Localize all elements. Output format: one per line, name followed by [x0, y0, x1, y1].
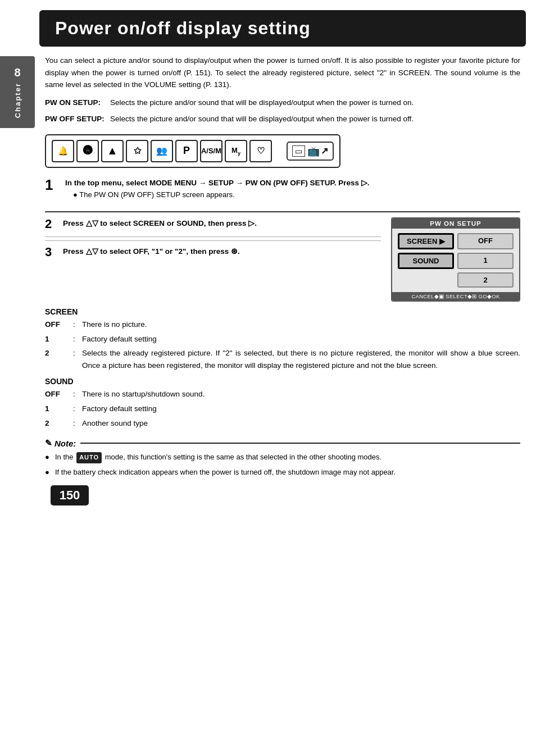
pw-cell-screen: SCREEN ▶ — [398, 233, 454, 249]
step-1-bullet: The PW ON (PW OFF) SETUP screen appears. — [73, 189, 370, 201]
title-bar: Power on/off display setting — [39, 10, 526, 47]
sound-def-2: 2 : Another sound type — [45, 417, 520, 430]
pw-diagram-title: PW ON SETUP — [392, 218, 519, 229]
chapter-tab: 8 Chapter — [0, 56, 35, 128]
sound-key-1: 1 — [45, 403, 73, 415]
note-section: Note: ● In the AUTO mode, this function'… — [45, 438, 520, 479]
screen-val-off: There is no picture. — [82, 318, 520, 331]
note-text-1: In the AUTO mode, this function's settin… — [55, 452, 381, 463]
step-2: 2 Press △▽ to select SCREEN or SOUND, th… — [45, 217, 381, 231]
sound-val-1: Factory default setting — [82, 403, 520, 415]
pw-diagram-footer: CANCEL◆▣ SELECT◆⊞ GO◆OK — [392, 292, 519, 300]
step-2-row: 2 Press △▽ to select SCREEN or SOUND, th… — [45, 217, 381, 231]
screen-val-2: Selects the already registered picture. … — [82, 347, 520, 371]
chapter-label: Chapter — [13, 83, 22, 118]
step-1-text: In the top menu, select MODE MENU → SETU… — [65, 177, 370, 189]
screen-val-1: Factory default setting — [82, 333, 520, 345]
note-item-1: ● In the AUTO mode, this function's sett… — [45, 452, 520, 463]
step-3-instruction: Press △▽ to select OFF, "1" or "2", then… — [63, 247, 240, 256]
sound-section-header: SOUND — [45, 377, 520, 386]
step-2-number: 2 — [45, 217, 60, 231]
step-3: 3 Press △▽ to select OFF, "1" or "2", th… — [45, 240, 381, 259]
screen-def-1: 1 : Factory default setting — [45, 333, 520, 345]
sound-val-2: Another sound type — [82, 417, 520, 430]
pw-diagram: PW ON SETUP SCREEN ▶ OFF SOUND 1 2 CANCE… — [391, 217, 520, 302]
sound-key-off: OFF — [45, 388, 73, 400]
icon-display-group: ▭ 📺 ↗ — [287, 142, 334, 161]
sound-def-off: OFF : There is no startup/shutdown sound… — [45, 388, 520, 400]
sound-val-off: There is no startup/shutdown sound. — [82, 388, 520, 400]
pw-off-label: PW OFF SETUP: — [45, 113, 107, 125]
icon-bar: 🔔 🅐 ▲ ✩ 👥 P A/S/M My ♡ ▭ 📺 ↗ — [45, 134, 340, 168]
steps-left: 2 Press △▽ to select SCREEN or SOUND, th… — [45, 217, 381, 302]
icon-scene2: ♡ — [249, 140, 272, 162]
pw-diagram-body: SCREEN ▶ OFF SOUND 1 2 — [392, 229, 519, 292]
chapter-number: 8 — [14, 66, 20, 79]
icon-star: ✩ — [126, 140, 148, 162]
step-divider — [45, 236, 381, 237]
pw-off-desc: Selects the picture and/or sound that wi… — [110, 113, 414, 125]
screen-def-off: OFF : There is no picture. — [45, 318, 520, 331]
pw-off-setup: PW OFF SETUP: Selects the picture and/or… — [45, 113, 520, 125]
step-1-instruction: In the top menu, select MODE MENU → SETU… — [65, 179, 370, 187]
screen-def-list: OFF : There is no picture. 1 : Factory d… — [45, 318, 520, 371]
step-3-number: 3 — [45, 245, 60, 259]
step-2-instruction: Press △▽ to select SCREEN or SOUND, then… — [63, 219, 257, 227]
pw-cell-2: 2 — [457, 272, 514, 288]
note-bullet-1: ● — [45, 452, 55, 463]
screen-key-2: 2 — [45, 347, 73, 371]
sound-def-1: 1 : Factory default setting — [45, 403, 520, 415]
icon-auto: 🔔 — [52, 140, 74, 162]
step-1: 1 In the top menu, select MODE MENU → SE… — [45, 177, 520, 204]
page-number: 150 — [51, 485, 89, 505]
icon-p: P — [175, 140, 198, 162]
note-bullet-2: ● — [45, 467, 55, 479]
pw-on-setup: PW ON SETUP: Selects the picture and/or … — [45, 97, 520, 109]
screen-key-1: 1 — [45, 333, 73, 345]
step-1-number: 1 — [45, 177, 61, 193]
auto-badge: AUTO — [76, 452, 102, 463]
pw-on-desc: Selects the picture and/or sound that wi… — [110, 97, 414, 109]
pw-cell-sound: SOUND — [398, 253, 454, 269]
sound-key-2: 2 — [45, 417, 73, 430]
icon-my: My — [225, 140, 247, 162]
icon-face: 👥 — [151, 140, 173, 162]
sound-def-list: OFF : There is no startup/shutdown sound… — [45, 388, 520, 429]
note-header: Note: — [45, 438, 520, 448]
icon-scene: 🅐 — [76, 140, 99, 162]
pw-on-label: PW ON SETUP: — [45, 97, 107, 109]
note-text-2: If the battery check indication appears … — [55, 467, 396, 479]
pw-cell-off: OFF — [457, 233, 514, 249]
step-3-text: Press △▽ to select OFF, "1" or "2", then… — [63, 245, 240, 258]
screen-def-2: 2 : Selects the already registered pictu… — [45, 347, 520, 371]
note-item-2: ● If the battery check indication appear… — [45, 467, 520, 479]
step-2-text: Press △▽ to select SCREEN or SOUND, then… — [63, 217, 257, 230]
icon-triangle: ▲ — [101, 140, 124, 162]
step-3-row: 3 Press △▽ to select OFF, "1" or "2", th… — [45, 245, 381, 259]
steps-diagram-section: 2 Press △▽ to select SCREEN or SOUND, th… — [45, 217, 520, 302]
icon-asm: A/S/M — [200, 140, 222, 162]
pw-cell-1: 1 — [457, 253, 514, 269]
step1-divider — [45, 211, 520, 213]
page-title: Power on/off display setting — [55, 18, 510, 39]
screen-key-off: OFF — [45, 318, 73, 331]
screen-section-header: SCREEN — [45, 307, 520, 316]
intro-paragraph: You can select a picture and/or sound to… — [45, 54, 520, 91]
